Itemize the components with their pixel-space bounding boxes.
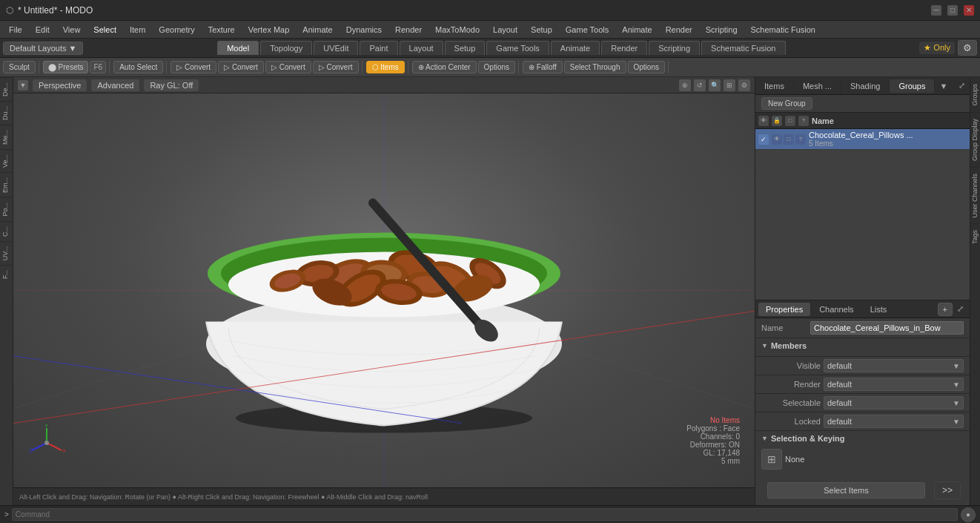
convert-button-1[interactable]: ▷ Convert	[170, 61, 216, 73]
presets-button[interactable]: ⬤ Presets	[43, 61, 89, 73]
vp-icon-3[interactable]: 🔍	[709, 79, 721, 91]
layout-tab-layout[interactable]: Layout	[400, 41, 443, 55]
prop-render-dropdown[interactable]: default ▼	[824, 378, 964, 391]
sculpt-button[interactable]: Sculpt	[3, 61, 36, 73]
vp-icon-4[interactable]: ⊞	[724, 79, 735, 91]
perspective-label[interactable]: Perspective	[33, 79, 87, 91]
group-item-row[interactable]: ✓ 👁 □ ? Chocolate_Cereal_Pillows ... 5 I…	[755, 129, 970, 150]
viewport-toggle[interactable]: ▼	[18, 80, 28, 91]
menu-setup[interactable]: Setup	[525, 24, 558, 36]
gi-checkbox[interactable]: ✓	[758, 134, 769, 145]
menu-schematic[interactable]: Schematic Fusion	[745, 24, 821, 36]
prop-visible-dropdown[interactable]: default ▼	[824, 359, 964, 372]
left-tab-f[interactable]: F...	[0, 265, 13, 283]
left-tab-mesh[interactable]: Me...	[0, 125, 13, 149]
panel-tab-shading[interactable]: Shading	[841, 79, 890, 93]
layout-tab-uvedit[interactable]: UVEdit	[314, 41, 358, 55]
rv-tab-tags[interactable]: Tags	[970, 223, 980, 250]
layout-tab-animate[interactable]: Animate	[551, 41, 600, 55]
left-tab-c[interactable]: C...	[0, 221, 13, 241]
panel-tab-groups[interactable]: Groups	[890, 79, 935, 93]
menu-geometry[interactable]: Geometry	[153, 24, 200, 36]
expand-arrow-button[interactable]: >>	[934, 481, 961, 499]
advanced-label[interactable]: Advanced	[91, 79, 139, 91]
layout-tab-model[interactable]: Model	[217, 41, 259, 55]
falloff-button[interactable]: ⊕ Falloff	[523, 61, 563, 73]
rv-tab-groups[interactable]: Groups	[970, 77, 980, 112]
panel-expand-button[interactable]: ⤢	[954, 79, 970, 93]
menu-item[interactable]: Item	[124, 24, 151, 36]
menu-game-tools[interactable]: Game Tools	[560, 24, 615, 36]
left-tab-emit[interactable]: Em...	[0, 172, 13, 197]
menu-select[interactable]: Select	[87, 24, 122, 36]
gi-q-icon[interactable]: ?	[795, 134, 806, 145]
3d-viewport[interactable]: No Items Polygons : Face Channels: 0 Def…	[13, 93, 755, 487]
rv-tab-user-channels[interactable]: User Channels	[970, 167, 980, 224]
prop-tab-lists[interactable]: Lists	[863, 303, 895, 316]
menu-scripting[interactable]: Scripting	[700, 24, 744, 36]
prop-tab-channels[interactable]: Channels	[812, 303, 861, 316]
panel-tab-mesh[interactable]: Mesh ...	[794, 79, 841, 93]
menu-maxtomodo[interactable]: MaxToModo	[429, 24, 486, 36]
settings-button[interactable]: ⚙	[958, 40, 977, 56]
layout-tab-game[interactable]: Game Tools	[486, 41, 549, 55]
items-button[interactable]: ⬡ Items	[366, 61, 405, 73]
menu-animate2[interactable]: Animate	[616, 24, 658, 36]
left-tab-duplicate[interactable]: Du...	[0, 101, 13, 125]
menu-render[interactable]: Render	[389, 24, 428, 36]
convert-button-2[interactable]: ▷ Convert	[218, 61, 264, 73]
options-button-1[interactable]: Options	[478, 61, 515, 73]
command-input[interactable]	[12, 508, 958, 521]
close-button[interactable]: ✕	[964, 5, 974, 16]
prop-add-button[interactable]: +	[938, 303, 953, 316]
select-through-button[interactable]: Select Through	[564, 61, 626, 73]
menu-file[interactable]: File	[3, 24, 28, 36]
layout-tab-topology[interactable]: Topology	[260, 41, 312, 55]
menu-render2[interactable]: Render	[660, 24, 698, 36]
menu-view[interactable]: View	[57, 24, 87, 36]
layout-tab-setup[interactable]: Setup	[445, 41, 486, 55]
auto-select-button[interactable]: Auto Select	[113, 61, 163, 73]
left-tab-poly[interactable]: Po...	[0, 197, 13, 221]
menu-edit[interactable]: Edit	[30, 24, 56, 36]
left-tab-uv[interactable]: UV...	[0, 241, 13, 265]
gi-vis-icon[interactable]: 👁	[772, 134, 782, 145]
left-tab-decorators[interactable]: De...	[0, 77, 13, 101]
layout-tab-paint[interactable]: Paint	[360, 41, 397, 55]
left-tab-vertex[interactable]: Ve...	[0, 149, 13, 172]
prop-selectable-dropdown[interactable]: default ▼	[824, 396, 964, 409]
layout-tab-schematic[interactable]: Schematic Fusion	[701, 41, 785, 55]
prop-locked-dropdown[interactable]: default ▼	[824, 415, 964, 428]
convert-button-3[interactable]: ▷ Convert	[265, 61, 311, 73]
minimize-button[interactable]: ─	[931, 5, 941, 16]
maximize-button[interactable]: □	[947, 5, 958, 16]
convert-button-4[interactable]: ▷ Convert	[313, 61, 359, 73]
options-button-2[interactable]: Options	[628, 61, 665, 73]
vp-icon-1[interactable]: ⊕	[679, 79, 691, 91]
prop-expand-button[interactable]: ⤢	[954, 303, 967, 315]
menu-layout[interactable]: Layout	[487, 24, 523, 36]
prop-tab-properties[interactable]: Properties	[758, 303, 810, 316]
prop-render-row: Render default ▼	[755, 375, 970, 394]
menu-animate[interactable]: Animate	[297, 24, 338, 36]
new-group-button[interactable]: New Group	[761, 97, 812, 110]
panel-tab-items[interactable]: Items	[755, 79, 794, 93]
prop-name-input[interactable]	[810, 321, 964, 335]
select-items-button[interactable]: Select Items	[767, 482, 925, 499]
selection-keying-section: ▼ Selection & Keying ⊞ None	[755, 431, 970, 476]
layout-tab-scripting[interactable]: Scripting	[649, 41, 700, 55]
cmd-run-button[interactable]: ●	[961, 507, 976, 522]
viewport-topbar: ▼ Perspective Advanced Ray GL: Off ⊕ ↺ 🔍…	[13, 77, 755, 93]
ray-gl-label[interactable]: Ray GL: Off	[144, 79, 199, 91]
gi-lock-icon[interactable]: □	[784, 134, 794, 145]
menu-vertex-map[interactable]: Vertex Map	[242, 24, 296, 36]
panel-tab-arrow[interactable]: ▼	[935, 79, 952, 93]
menu-texture[interactable]: Texture	[202, 24, 241, 36]
rv-tab-group-display[interactable]: Group Display	[970, 112, 980, 167]
menu-dynamics[interactable]: Dynamics	[340, 24, 388, 36]
vp-icon-2[interactable]: ↺	[694, 79, 706, 91]
action-center-button[interactable]: ⊕ Action Center	[412, 61, 477, 73]
vp-icon-5[interactable]: ⚙	[738, 79, 750, 91]
layout-dropdown[interactable]: Default Layouts ▼	[3, 42, 83, 55]
layout-tab-render[interactable]: Render	[601, 41, 647, 55]
